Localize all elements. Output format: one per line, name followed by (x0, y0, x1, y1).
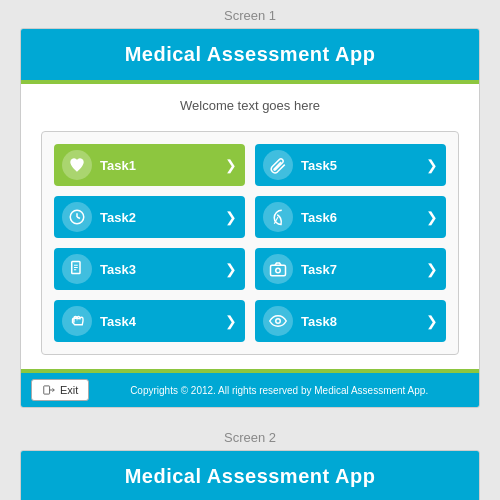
task4-arrow-icon: ❯ (225, 313, 237, 329)
task5-button[interactable]: Task5 ❯ (255, 144, 446, 186)
task3-label: Task3 (100, 262, 221, 277)
task2-button[interactable]: Task2 ❯ (54, 196, 245, 238)
tasks-container: Task1 ❯ Task5 ❯ Task2 ❯ (41, 131, 459, 355)
screen2-container: Medical Assessment App Task 1 Wizard Tit… (20, 450, 480, 500)
screen1-label: Screen 1 (0, 0, 500, 28)
exit-icon (42, 383, 56, 397)
task7-label: Task7 (301, 262, 422, 277)
screen2-header: Medical Assessment App (21, 451, 479, 500)
screen2-label: Screen 2 (0, 422, 500, 450)
task7-button[interactable]: Task7 ❯ (255, 248, 446, 290)
task2-icon (62, 202, 92, 232)
task5-label: Task5 (301, 158, 422, 173)
task7-icon (263, 254, 293, 284)
task3-button[interactable]: Task3 ❯ (54, 248, 245, 290)
task8-button[interactable]: Task8 ❯ (255, 300, 446, 342)
task4-label: Task4 (100, 314, 221, 329)
task2-label: Task2 (100, 210, 221, 225)
task6-arrow-icon: ❯ (426, 209, 438, 225)
task8-arrow-icon: ❯ (426, 313, 438, 329)
task8-icon (263, 306, 293, 336)
task6-button[interactable]: Task6 ❯ (255, 196, 446, 238)
task1-label: Task1 (100, 158, 221, 173)
task4-icon (62, 306, 92, 336)
task5-arrow-icon: ❯ (426, 157, 438, 173)
task4-button[interactable]: Task4 ❯ (54, 300, 245, 342)
screen1-app-title: Medical Assessment App (31, 43, 469, 66)
task3-icon (62, 254, 92, 284)
task1-arrow-icon: ❯ (225, 157, 237, 173)
welcome-text: Welcome text goes here (21, 84, 479, 123)
tasks-grid: Task1 ❯ Task5 ❯ Task2 ❯ (54, 144, 446, 342)
screen1-container: Medical Assessment App Welcome text goes… (20, 28, 480, 408)
task3-arrow-icon: ❯ (225, 261, 237, 277)
exit-button[interactable]: Exit (31, 379, 89, 401)
exit-label: Exit (60, 384, 78, 396)
task8-label: Task8 (301, 314, 422, 329)
screen1-header: Medical Assessment App (21, 29, 479, 84)
screen2-app-title: Medical Assessment App (31, 465, 469, 488)
task1-button[interactable]: Task1 ❯ (54, 144, 245, 186)
task5-icon (263, 150, 293, 180)
task2-arrow-icon: ❯ (225, 209, 237, 225)
footer-copyright: Copyrights © 2012. All rights reserved b… (89, 385, 469, 396)
screen1-footer: Exit Copyrights © 2012. All rights reser… (21, 369, 479, 407)
task6-icon (263, 202, 293, 232)
task6-label: Task6 (301, 210, 422, 225)
task7-arrow-icon: ❯ (426, 261, 438, 277)
task1-icon (62, 150, 92, 180)
